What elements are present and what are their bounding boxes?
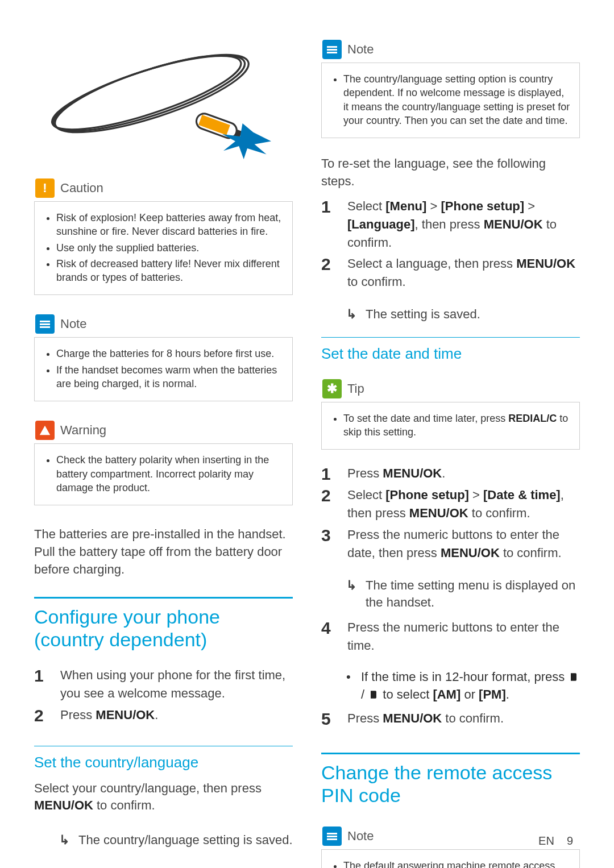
- note-title: Note: [347, 829, 374, 844]
- caution-item: Risk of decreased battery life! Never mi…: [56, 257, 283, 285]
- heading-set-country: Set the country/language: [34, 753, 293, 772]
- tip-icon: ✱: [322, 379, 342, 398]
- note-item: The country/language setting option is c…: [343, 72, 570, 127]
- left-column: ! Caution Risk of explosion! Keep batter…: [34, 40, 293, 845]
- phonebook-up-icon: [568, 671, 579, 683]
- footer-page-number: 9: [567, 834, 573, 848]
- warning-item: Check the battery polarity when insertin…: [56, 453, 283, 495]
- note-callout: Note The country/language setting option…: [321, 40, 580, 138]
- step-item: 3 Press the numeric buttons to enter the…: [321, 526, 580, 562]
- handset-svg: [44, 40, 283, 159]
- step-item: 1 Press MENU/OK.: [321, 464, 580, 483]
- warning-callout: Warning Check the battery polarity when …: [34, 421, 293, 505]
- step-item: 1 When using your phone for the first ti…: [34, 666, 293, 703]
- caution-title: Caution: [60, 181, 103, 196]
- note-title: Note: [60, 317, 86, 331]
- step-item: 2 Select [Phone setup] > [Date & time], …: [321, 486, 580, 522]
- caution-icon: !: [35, 178, 55, 198]
- phonebook-down-icon: [368, 689, 379, 700]
- arrow-icon: ↳: [346, 306, 359, 323]
- result-line: ↳ The country/language setting is saved.: [59, 832, 293, 849]
- step-number: 1: [34, 666, 50, 703]
- caution-item: Use only the supplied batteries.: [56, 241, 283, 255]
- note-item: Charge the batteries for 8 hours before …: [56, 347, 283, 360]
- reset-intro: To re-set the language, see the followin…: [321, 155, 580, 190]
- caution-item: Risk of explosion! Keep batteries away f…: [56, 211, 283, 239]
- result-line: ↳ The time setting menu is displayed on …: [346, 577, 580, 612]
- step-item: 2 Press MENU/OK.: [34, 706, 293, 724]
- heading-configure-phone: Configure your phone (country dependent): [34, 605, 293, 652]
- arrow-icon: ↳: [346, 577, 359, 612]
- note-icon: [35, 314, 55, 334]
- note-item: If the handset becomes warm when the bat…: [56, 363, 283, 391]
- step-item: 5 Press MENU/OK to confirm.: [321, 709, 580, 728]
- note-icon: [322, 827, 342, 846]
- warning-icon: [35, 421, 55, 440]
- caution-callout: ! Caution Risk of explosion! Keep batter…: [34, 178, 293, 295]
- result-line: ↳ The setting is saved.: [346, 306, 580, 323]
- sub-bullet: • If the time is in 12-hour format, pres…: [346, 668, 580, 704]
- tip-callout: ✱ Tip To set the date and time later, pr…: [321, 379, 580, 450]
- heading-set-date-time: Set the date and time: [321, 344, 580, 363]
- note-title: Note: [347, 42, 374, 57]
- arrow-icon: ↳: [59, 832, 72, 849]
- step-number: 2: [34, 706, 50, 724]
- page-footer: EN 9: [538, 834, 573, 848]
- note-icon: [322, 40, 342, 59]
- note-item: The default answering machine remote acc…: [343, 859, 570, 868]
- right-column: Note The country/language setting option…: [321, 40, 580, 845]
- footer-lang: EN: [538, 834, 554, 848]
- preinstalled-text: The batteries are pre-installed in the h…: [34, 526, 293, 578]
- warning-title: Warning: [60, 423, 106, 438]
- tip-item: To set the date and time later, press RE…: [343, 412, 570, 439]
- heading-change-pin: Change the remote access PIN code: [321, 761, 580, 808]
- step-item: 1 Select [Menu] > [Phone setup] > [Langu…: [321, 197, 580, 252]
- battery-handset-illustration: [34, 40, 293, 159]
- note-callout: Note Charge the batteries for 8 hours be…: [34, 314, 293, 401]
- step-item: 2 Select a language, then press MENU/OK …: [321, 255, 580, 291]
- tip-title: Tip: [347, 381, 364, 396]
- step-item: 4 Press the numeric buttons to enter the…: [321, 618, 580, 655]
